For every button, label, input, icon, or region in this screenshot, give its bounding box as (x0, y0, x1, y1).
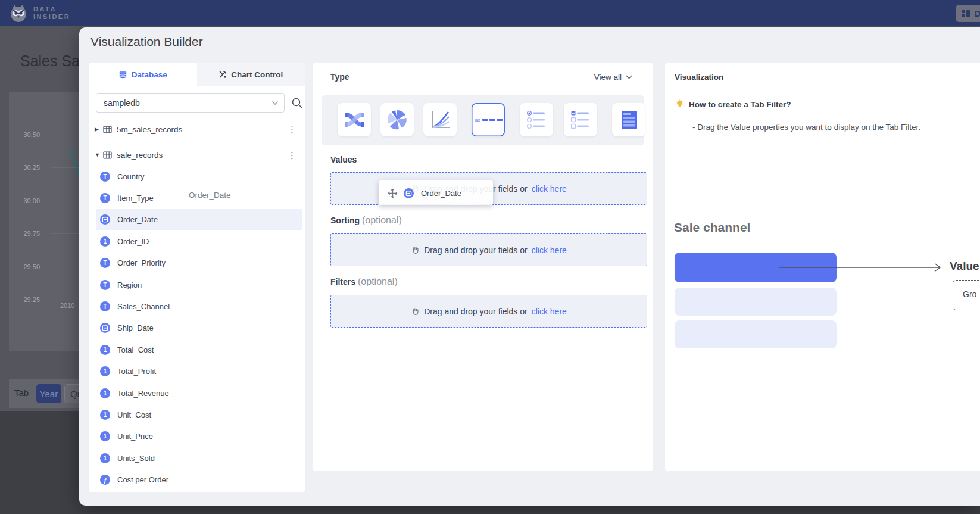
chart-type-pie[interactable] (380, 103, 414, 136)
field-name: Sales_Channel (117, 302, 170, 311)
table-name: sale_records (117, 151, 163, 160)
field-name: Ship_Date (117, 323, 154, 332)
chart-type-strip: Tab (322, 95, 644, 145)
field-name: Units_Sold (117, 454, 155, 463)
field-type-icon: 1 (100, 345, 110, 355)
field-name: Unit_Cost (117, 410, 151, 419)
chart-type-tab-filter[interactable]: Tab (472, 103, 505, 136)
tab-chart-control[interactable]: Chart Control (197, 63, 305, 86)
field-name: Item_Type (117, 194, 154, 203)
line-chart-icon (428, 108, 452, 132)
table-name: 5m_sales_records (117, 125, 182, 134)
tab-chart-control-label: Chart Control (231, 70, 283, 79)
field-row[interactable]: f Cost per Order (96, 469, 302, 490)
field-type-icon: T (100, 172, 110, 182)
field-type-icon: 1 (100, 236, 110, 247)
chart-type-line[interactable] (423, 103, 457, 136)
field-type-icon: 1 (100, 453, 110, 463)
owl-logo-icon (8, 3, 29, 23)
arrow-right-icon (769, 260, 954, 275)
visualization-panel: Visualization How to create a Tab Filter… (665, 63, 980, 471)
field-row[interactable]: 1 Units_Sold (96, 447, 302, 469)
field-name: Country (117, 172, 145, 181)
calendar-icon (404, 188, 414, 198)
field-name: Region (117, 281, 142, 289)
drag-hand-icon (411, 307, 420, 316)
field-row[interactable]: Order_Date (96, 209, 302, 230)
field-row[interactable]: T Country (96, 166, 302, 187)
field-row[interactable]: 1 Total_Cost (96, 339, 302, 360)
datasource-select[interactable] (96, 93, 285, 113)
datasource-row (96, 93, 298, 113)
annotation-group-link[interactable]: Gro (963, 289, 976, 299)
click-here-link[interactable]: click here (532, 307, 567, 316)
pie-chart-icon (385, 108, 409, 132)
dragging-field-chip[interactable]: Order_Date (379, 180, 493, 205)
field-name: Total_Profit (117, 367, 156, 376)
background-chart-card: 30.50 30.25 30.00 29.75 29.50 (9, 92, 79, 351)
caret-expanded-icon[interactable]: ▼ (95, 152, 103, 158)
sorting-section-label: Sorting (optional) (330, 215, 402, 226)
calendar-icon (101, 216, 109, 223)
filter-button-quarter[interactable]: Qu (64, 384, 79, 403)
sorting-dropzone[interactable]: Drag and drop your fields or click here (330, 233, 647, 266)
field-row[interactable]: T Item_Type (96, 187, 302, 208)
field-row[interactable]: 1 Unit_Price (96, 426, 302, 447)
table-grid-icon (103, 151, 112, 160)
search-icon[interactable] (291, 97, 303, 109)
tab-database[interactable]: Database (89, 63, 197, 86)
chevron-down-icon (271, 101, 279, 105)
checkbox-list-icon (569, 108, 592, 132)
chevron-left-icon[interactable] (8, 55, 10, 66)
table-row-5m-sales-records[interactable]: ▶ 5m_sales_records ⋮ (95, 121, 301, 138)
tab-database-label: Database (132, 70, 167, 79)
chart-type-dropdown-list[interactable] (612, 103, 645, 136)
filters-dropzone[interactable]: Drag and drop your fields or click here (330, 295, 647, 328)
field-type-icon: T (100, 258, 110, 268)
field-row[interactable]: 1 Unit_Cost (96, 404, 302, 425)
tab-filter-label: Tab (14, 388, 29, 398)
field-row[interactable]: T Region (96, 274, 302, 295)
field-row[interactable]: 1 Total_Profit (96, 361, 302, 382)
x-tick: 2010 (60, 302, 74, 309)
field-type-icon: 1 (100, 388, 110, 398)
field-row[interactable]: T Sales_Channel (96, 295, 302, 317)
chart-type-checkbox-list[interactable] (564, 103, 597, 136)
database-panel: Database Chart Control (89, 63, 305, 492)
chart-type-radio-list[interactable] (520, 103, 553, 136)
field-type-icon: 1 (100, 366, 110, 376)
caret-collapsed-icon[interactable]: ▶ (95, 126, 103, 132)
chart-type-sankey[interactable] (338, 103, 371, 136)
panel-tabs: Database Chart Control (89, 63, 305, 86)
table-row-sale-records[interactable]: ▼ sale_records ⋮ (95, 147, 301, 163)
tab-filter-option[interactable] (675, 288, 837, 316)
field-row[interactable]: 1 Order_ID (96, 230, 302, 252)
modal-title: Visualization Builder (90, 35, 203, 49)
field-name: Order_Date (117, 215, 158, 224)
visualization-header: Visualization (675, 73, 723, 82)
app-logo[interactable]: DATA INSIDER (8, 3, 70, 23)
click-here-link[interactable]: click here (532, 184, 567, 194)
tab-filter-option[interactable] (675, 320, 837, 348)
field-name: Order_ID (117, 237, 149, 246)
click-here-link[interactable]: click here (532, 245, 567, 255)
field-row[interactable]: T Order_Priority (96, 253, 302, 274)
chart-config-panel: Type View all (313, 63, 653, 471)
kebab-menu-icon[interactable]: ⋮ (288, 125, 297, 134)
tip-body: - Drag the Value properties you want to … (692, 123, 920, 132)
field-row[interactable]: 1 Total_Revenue (96, 382, 302, 404)
kebab-menu-icon[interactable]: ⋮ (288, 151, 297, 160)
field-row[interactable]: Ship_Date (96, 317, 302, 339)
filter-button-year[interactable]: Year (36, 384, 61, 403)
database-cylinder-icon (118, 70, 127, 79)
field-type-icon: T (100, 301, 110, 311)
page-title: Sales Sa (20, 52, 80, 70)
values-section-label: Values (330, 154, 357, 165)
radio-list-icon (525, 108, 548, 132)
tip-title: How to create a Tab Filter? (689, 100, 791, 109)
field-name: Cost per Order (117, 475, 168, 484)
dashboard-button-label: D (975, 9, 980, 18)
field-name: Unit_Price (117, 432, 153, 441)
view-all-button[interactable]: View all (594, 73, 632, 82)
dashboard-button[interactable]: D (956, 5, 980, 22)
